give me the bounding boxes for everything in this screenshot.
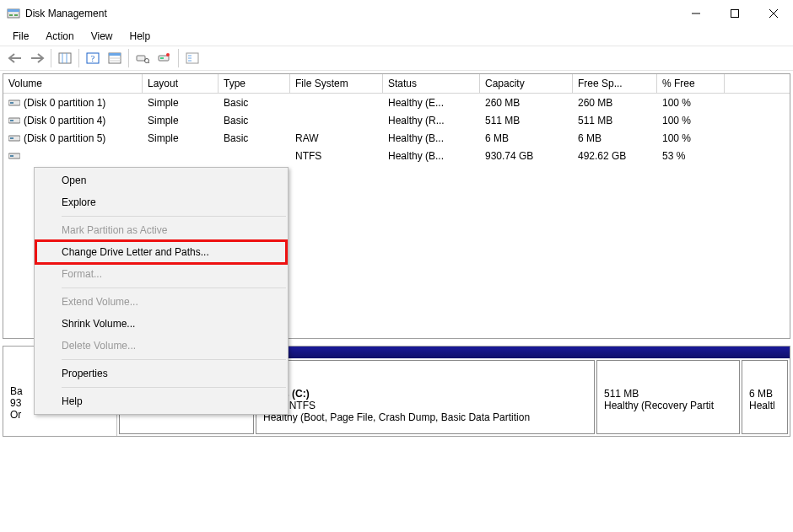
column-volume[interactable]: Volume [3,74,143,93]
cell-layout: Simple [143,115,218,126]
partition-block[interactable]: dows (C:) 4 GB NTFS Healthy (Boot, Page … [256,360,595,434]
cell-filesystem: RAW [290,132,383,144]
svg-rect-1 [8,9,19,12]
partition-line: Healthy (Recovery Partit [604,400,732,411]
svg-rect-8 [59,53,71,63]
column-freepct[interactable]: % Free [657,74,725,93]
partition-block[interactable]: 6 MB Healtl [742,360,788,434]
ctx-separator [62,287,286,288]
ctx-change-drive-letter-highlight: Change Drive Letter and Paths... [36,241,286,263]
toolbar-list-icon[interactable] [182,48,202,68]
cell-status: Healthy (R... [383,115,480,126]
partition-line: Healthy (Boot, Page File, Crash Dump, Ba… [263,411,587,423]
toolbar-separator [51,49,51,67]
volume-name: (Disk 0 partition 5) [24,132,105,144]
ctx-separator [62,387,286,388]
column-filesystem[interactable]: File System [290,74,383,93]
toolbar: ? [0,46,793,71]
partition-line: Healtl [749,400,780,411]
ctx-mark-active: Mark Partition as Active [62,219,286,241]
column-type[interactable]: Type [218,74,290,93]
ctx-properties[interactable]: Properties [62,363,286,384]
partition-line: 4 GB NTFS [263,400,587,411]
title-bar: Disk Management [0,0,793,26]
toolbar-settings-icon[interactable] [132,48,153,68]
ctx-help[interactable]: Help [62,390,286,412]
ctx-separator [62,359,286,360]
svg-point-22 [166,53,170,56]
volume-row[interactable]: (Disk 0 partition 5)SimpleBasicRAWHealth… [3,129,790,147]
cell-capacity: 511 MB [480,115,573,126]
cell-freepct: 53 % [657,150,725,162]
toolbar-view-icon[interactable] [105,48,125,68]
cell-freespace: 260 MB [573,97,657,109]
cell-layout: Simple [143,97,218,109]
menu-help[interactable]: Help [123,29,158,44]
menu-action[interactable]: Action [39,29,80,44]
cell-status: Healthy (B... [383,150,480,162]
volume-row[interactable]: (Disk 0 partition 1)SimpleBasicHealthy (… [3,94,790,111]
cell-freespace: 492.62 GB [573,150,657,162]
partition-line: 6 MB [749,388,780,400]
partition-block[interactable]: 511 MB Healthy (Recovery Partit [596,360,740,434]
volume-row[interactable]: NTFSHealthy (B...930.74 GB492.62 GB53 % [3,147,790,164]
toolbar-separator [128,49,129,67]
toolbar-help-icon[interactable]: ? [83,48,103,68]
svg-line-19 [148,62,149,64]
cell-type: Basic [218,97,290,109]
volume-name: (Disk 0 partition 4) [24,115,105,126]
cell-freespace: 511 MB [573,115,657,126]
cell-freespace: 6 MB [573,132,657,144]
context-menu: Open Explore Mark Partition as Active Ch… [34,167,289,415]
cell-status: Healthy (B... [383,132,480,144]
svg-text:?: ? [91,54,95,63]
column-freespace[interactable]: Free Sp... [573,74,657,93]
column-status[interactable]: Status [383,74,480,93]
cell-capacity: 6 MB [480,132,573,144]
minimize-button[interactable] [677,0,715,26]
close-button[interactable] [754,0,793,26]
ctx-format: Format... [62,263,286,285]
cell-layout: Simple [143,132,218,144]
volume-row[interactable]: (Disk 0 partition 4)SimpleBasicHealthy (… [3,111,790,129]
disk-icon [8,99,20,107]
toolbar-columns-icon[interactable] [55,48,75,68]
svg-point-18 [145,59,149,63]
column-layout[interactable]: Layout [143,74,218,93]
app-icon [7,7,20,20]
ctx-explore[interactable]: Explore [62,191,286,213]
ctx-shrink-volume[interactable]: Shrink Volume... [62,313,286,335]
cell-status: Healthy (E... [383,97,480,109]
partition-line: 511 MB [604,388,732,400]
ctx-separator [62,216,286,217]
cell-freepct: 100 % [657,132,725,144]
toolbar-separator [178,49,179,67]
cell-capacity: 260 MB [480,97,573,109]
toolbar-disk-icon[interactable] [154,48,175,68]
menu-view[interactable]: View [84,29,120,44]
cell-freepct: 100 % [657,97,725,109]
ctx-extend-volume: Extend Volume... [62,291,286,313]
menu-bar: File Action View Help [0,26,793,46]
back-button[interactable] [5,48,25,68]
cell-type: Basic [218,132,290,144]
cell-type: Basic [218,115,290,126]
svg-rect-34 [10,155,13,157]
menu-file[interactable]: File [6,29,35,44]
disk-icon [8,116,20,125]
svg-rect-30 [10,120,13,121]
svg-rect-32 [10,137,13,139]
svg-rect-5 [731,9,739,17]
ctx-change-drive-letter[interactable]: Change Drive Letter and Paths... [62,241,286,263]
volume-name: (Disk 0 partition 1) [24,97,105,109]
ctx-open[interactable]: Open [62,169,286,191]
maximize-button[interactable] [715,0,754,26]
toolbar-separator [78,49,79,67]
svg-rect-3 [14,14,18,16]
forward-button[interactable] [27,48,47,68]
column-capacity[interactable]: Capacity [480,74,573,93]
disk-icon [8,134,20,142]
svg-rect-21 [160,57,164,59]
svg-rect-28 [10,102,13,104]
window-title: Disk Management [25,8,107,19]
